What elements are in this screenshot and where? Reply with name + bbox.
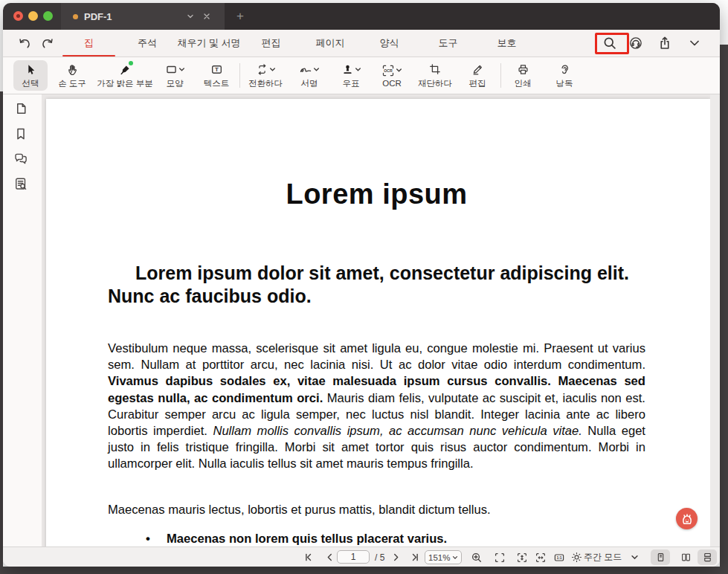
shape-tool-button[interactable]: 모양 bbox=[153, 57, 196, 94]
svg-text:1:1: 1:1 bbox=[556, 555, 561, 560]
unsaved-changes-dot-icon bbox=[73, 14, 78, 19]
highlight-tool-button[interactable]: 가장 밝은 부분 bbox=[97, 57, 153, 94]
support-headset-icon[interactable] bbox=[628, 36, 643, 51]
ear-icon bbox=[558, 62, 571, 77]
document-paragraph: Maecenas mauris lectus, lobortis et puru… bbox=[108, 503, 645, 517]
page-thumbnails-icon[interactable] bbox=[13, 101, 28, 116]
tab-edit[interactable]: 편집 bbox=[242, 30, 300, 57]
document-paragraph: Vestibulum neque massa, scelerisque sit … bbox=[108, 341, 645, 473]
comments-icon[interactable] bbox=[13, 151, 28, 166]
view-mode-select[interactable]: 주간 모드 bbox=[584, 547, 622, 567]
chevron-down-icon bbox=[313, 66, 320, 73]
actual-size-icon[interactable]: 1:1 bbox=[553, 547, 566, 567]
tab-close-icon[interactable] bbox=[202, 12, 219, 21]
highlight-color-dot bbox=[129, 61, 133, 65]
redo-icon[interactable] bbox=[40, 36, 55, 51]
traffic-light-minimize-button[interactable] bbox=[28, 11, 38, 21]
ai-assistant-robot-button[interactable] bbox=[676, 508, 698, 529]
two-page-view-button[interactable] bbox=[676, 549, 695, 565]
single-page-view-button[interactable] bbox=[651, 549, 670, 565]
view-mode-label: 주간 모드 bbox=[584, 551, 622, 564]
read-aloud-button[interactable]: 낭독 bbox=[541, 57, 587, 94]
view-mode-chevron-icon[interactable] bbox=[628, 547, 641, 567]
ocr-icon: OCR bbox=[381, 64, 395, 77]
stamp-tool-button[interactable]: 우표 bbox=[331, 57, 371, 94]
desktop-background-bottom bbox=[0, 567, 728, 574]
list-item-text: Maecenas non lorem quis tellus placerat … bbox=[167, 532, 447, 546]
previous-page-icon[interactable] bbox=[323, 547, 336, 567]
traffic-light-zoom-button[interactable] bbox=[43, 11, 53, 21]
document-viewport[interactable]: Lorem ipsum Lorem ipsum dolor sit amet, … bbox=[42, 94, 720, 546]
document-title: Lorem ipsum bbox=[108, 178, 645, 210]
zoom-in-icon[interactable] bbox=[470, 547, 483, 567]
print-button[interactable]: 인쇄 bbox=[504, 57, 541, 94]
stamp-icon bbox=[341, 63, 354, 76]
signature-icon bbox=[299, 62, 312, 76]
select-tool-button[interactable]: 선택 bbox=[13, 60, 48, 91]
traffic-light-close-button[interactable] bbox=[13, 11, 23, 21]
ribbon-tabs: 집 주석 채우기 및 서명 편집 페이지 양식 도구 보호 bbox=[59, 30, 536, 57]
day-mode-sun-icon bbox=[570, 547, 583, 567]
statusbar: / 5 151% bbox=[3, 546, 720, 567]
fit-screen-icon[interactable] bbox=[493, 547, 506, 567]
content-area: Lorem ipsum Lorem ipsum dolor sit amet, … bbox=[3, 94, 720, 546]
desktop-background-right bbox=[720, 45, 728, 574]
bullet-icon: • bbox=[146, 532, 167, 546]
page-number-input[interactable] bbox=[337, 550, 370, 564]
next-page-icon[interactable] bbox=[389, 547, 402, 567]
new-tab-button[interactable]: + bbox=[232, 8, 248, 25]
app-window: PDF-1 + 집 주석 채우기 및 서명 편집 bbox=[3, 3, 720, 567]
shape-icon bbox=[165, 63, 178, 76]
signature-tool-button[interactable]: 서명 bbox=[288, 57, 331, 94]
tab-tools[interactable]: 도구 bbox=[419, 30, 477, 57]
page-total-label: / 5 bbox=[375, 547, 384, 567]
text-tool-button[interactable]: T 텍스트 bbox=[196, 57, 236, 94]
chevron-down-icon bbox=[355, 66, 361, 73]
crop-icon bbox=[429, 62, 441, 77]
document-list-item: • Maecenas non lorem quis tellus placera… bbox=[146, 532, 645, 546]
tab-form[interactable]: 양식 bbox=[360, 30, 419, 57]
document-tab-label: PDF-1 bbox=[84, 11, 186, 22]
last-page-icon[interactable] bbox=[408, 547, 422, 567]
fit-height-icon[interactable] bbox=[515, 547, 529, 567]
first-page-icon[interactable] bbox=[301, 547, 315, 567]
edit-tool-button[interactable]: 편집 bbox=[457, 57, 497, 94]
edit-pen-icon bbox=[471, 62, 484, 77]
fit-width-icon[interactable] bbox=[534, 547, 547, 567]
tab-annotate[interactable]: 주석 bbox=[118, 30, 176, 57]
share-icon[interactable] bbox=[657, 36, 672, 51]
document-subtitle: Lorem ipsum dolor sit amet, consectetur … bbox=[108, 262, 645, 307]
cursor-icon bbox=[25, 62, 37, 77]
tab-chevron-down-icon[interactable] bbox=[186, 12, 202, 21]
tab-fill-sign[interactable]: 채우기 및 서명 bbox=[176, 30, 242, 57]
hand-tool-button[interactable]: 손 도구 bbox=[48, 57, 97, 94]
search-highlight-box bbox=[595, 33, 629, 54]
chevron-down-icon bbox=[396, 67, 402, 74]
bookmarks-icon[interactable] bbox=[13, 126, 28, 141]
toolbar-separator bbox=[239, 63, 240, 88]
titlebar: PDF-1 + bbox=[3, 3, 720, 30]
continuous-scroll-view-button[interactable] bbox=[698, 549, 717, 565]
document-tab[interactable]: PDF-1 bbox=[61, 3, 225, 30]
printer-icon bbox=[517, 62, 529, 77]
ocr-tool-button[interactable]: OCR OCR bbox=[371, 57, 413, 94]
zoom-level-select[interactable]: 151% bbox=[425, 550, 462, 564]
chevron-down-icon bbox=[269, 66, 276, 73]
document-search-icon[interactable] bbox=[13, 176, 28, 191]
tab-page[interactable]: 페이지 bbox=[300, 30, 360, 57]
convert-tool-button[interactable]: 전환하다 bbox=[243, 57, 288, 94]
toolbar: 선택 손 도구 가장 밝은 부분 bbox=[3, 57, 720, 94]
svg-text:OCR: OCR bbox=[384, 68, 393, 73]
tab-protect[interactable]: 보호 bbox=[477, 30, 536, 57]
chevron-down-icon bbox=[178, 66, 185, 73]
text-box-icon: T bbox=[210, 62, 223, 77]
undo-icon[interactable] bbox=[18, 36, 33, 51]
pdf-page[interactable]: Lorem ipsum Lorem ipsum dolor sit amet, … bbox=[46, 99, 710, 546]
vertical-scrollbar[interactable] bbox=[710, 94, 720, 546]
highlighter-icon bbox=[119, 62, 132, 77]
crop-tool-button[interactable]: 재단하다 bbox=[413, 57, 457, 94]
tab-home[interactable]: 집 bbox=[59, 30, 118, 57]
collapse-toolbar-chevron-icon[interactable] bbox=[687, 36, 702, 51]
svg-text:T: T bbox=[215, 66, 219, 73]
ribbon-tab-bar: 집 주석 채우기 및 서명 편집 페이지 양식 도구 보호 bbox=[3, 30, 720, 57]
